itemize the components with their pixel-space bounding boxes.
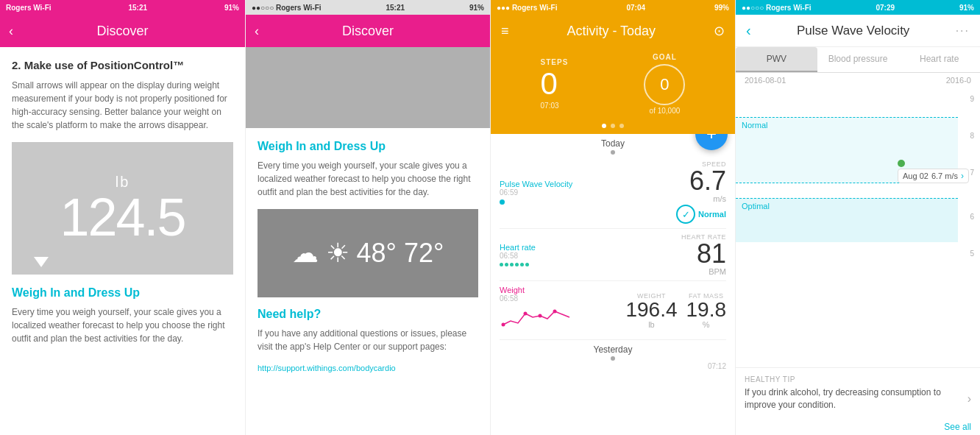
- normal-label: Normal: [736, 119, 773, 131]
- star-icon[interactable]: ⊙: [714, 23, 725, 39]
- carrier-1: Rogers Wi-Fi: [6, 4, 52, 12]
- heart-dot-1: [500, 263, 503, 266]
- header-title-2: Discover: [342, 24, 394, 39]
- svg-point-3: [553, 310, 557, 314]
- check-icon: ✓: [682, 209, 690, 220]
- yesterday-dot: [611, 356, 615, 361]
- pwv-right: SPEED 6.7 m/s ✓ Normal: [676, 160, 726, 224]
- heart-dot-3: [510, 263, 514, 266]
- panel1-body: 2. Make use of PositionControl™ Small ar…: [0, 47, 245, 435]
- dot-3: [619, 124, 624, 128]
- panel-activity: ●●● Rogers Wi-Fi 07:04 99% ≡ Activity - …: [490, 0, 735, 435]
- heart-value: 81: [681, 241, 726, 267]
- carrier-2: ●●○○○ Rogers Wi-Fi: [252, 4, 322, 12]
- goal-of-text: of 10,000: [650, 107, 681, 115]
- weigh-dress-text-2: Every time you weigh yourself, your scal…: [258, 159, 478, 199]
- dot-2: [611, 124, 615, 128]
- activity-title: Activity - Today: [567, 24, 656, 39]
- today-label: Today: [500, 138, 726, 149]
- need-help-title: Need help?: [258, 308, 478, 321]
- data-callout: Aug 02 6.7 m/s ›: [898, 169, 969, 183]
- steps-section: STEPS 0 07:03: [541, 58, 569, 110]
- carrier-3: ●●● Rogers Wi-Fi: [497, 4, 557, 12]
- heart-right: HEART RATE 81 BPM: [681, 233, 726, 276]
- see-all-button[interactable]: See all: [944, 422, 971, 432]
- y-label-5: 5: [970, 250, 974, 258]
- weight-left: Weight 06:58: [500, 286, 625, 335]
- scale-arrow-icon: [34, 257, 49, 267]
- panel-discover-1: Rogers Wi-Fi 15:21 91% ‹ Discover 2. Mak…: [0, 0, 245, 435]
- tab-pwv[interactable]: PWV: [736, 47, 817, 72]
- goal-value: 0: [660, 75, 669, 94]
- heart-dot-6: [525, 263, 529, 266]
- scale-image-placeholder: [246, 47, 490, 128]
- panel-discover-2: ●●○○○ Rogers Wi-Fi 15:21 91% ‹ Discover …: [245, 0, 490, 435]
- y-label-7: 7: [970, 169, 974, 177]
- plus-icon: +: [706, 134, 717, 144]
- time-1: 15:21: [128, 4, 147, 12]
- weight-row[interactable]: Weight 06:58 WEIGHT 196.4: [500, 281, 726, 340]
- goal-label: GOAL: [653, 53, 677, 61]
- menu-icon[interactable]: ≡: [501, 24, 509, 39]
- callout-value: 6.7 m/s: [931, 171, 958, 180]
- position-control-title: 2. Make use of PositionControl™: [12, 59, 233, 71]
- battery-2: 91%: [469, 4, 484, 12]
- header-3: ≡ Activity - Today ⊙: [491, 15, 735, 47]
- support-link[interactable]: http://support.withings.com/bodycardio: [258, 364, 478, 372]
- heart-dot-2: [505, 263, 508, 266]
- back-button-1[interactable]: ‹: [9, 24, 13, 39]
- healthy-tip-text: If you drink alcohol, try decreasing con…: [745, 386, 962, 411]
- weigh-dress-title-1: Weigh In and Dress Up: [12, 286, 233, 300]
- heart-left: Heart rate 06:58: [500, 243, 681, 266]
- goal-circle: 0: [644, 64, 685, 105]
- y-label-6: 6: [970, 213, 974, 221]
- scale-value: 124.5: [60, 191, 185, 244]
- start-date: 2016-08-01: [745, 76, 786, 85]
- back-button-2[interactable]: ‹: [255, 24, 259, 39]
- data-dot: [898, 160, 905, 167]
- timeline-dot: [611, 150, 615, 155]
- header-1: ‹ Discover: [0, 15, 245, 47]
- tab-heart-rate[interactable]: Heart rate: [898, 47, 980, 72]
- timeline-container: Today Pulse Wave Velocity 06:59 SPEED 6.…: [491, 134, 735, 370]
- back-button-4[interactable]: ‹: [746, 22, 751, 39]
- tab-blood-pressure[interactable]: Blood pressure: [817, 47, 899, 72]
- svg-point-2: [539, 314, 542, 318]
- pwv-metric-row[interactable]: Pulse Wave Velocity 06:59 SPEED 6.7 m/s …: [500, 156, 726, 229]
- scale-display: lb 124.5: [12, 142, 233, 275]
- heart-time: 06:58: [500, 252, 681, 260]
- healthy-tip-row: If you drink alcohol, try decreasing con…: [745, 386, 971, 411]
- healthy-tip-label: Healthy tip: [745, 375, 971, 383]
- more-button[interactable]: ···: [956, 24, 970, 38]
- heart-dot-5: [520, 263, 524, 266]
- dot-1: [602, 124, 606, 128]
- weight-right: WEIGHT 196.4 lb FAT MASS 19.8 %: [625, 292, 726, 329]
- weight-sparkline: [500, 303, 573, 332]
- status-bar-1: Rogers Wi-Fi 15:21 91%: [0, 0, 245, 15]
- weight-unit: lb: [625, 320, 677, 329]
- callout-date: Aug 02: [903, 171, 928, 180]
- svg-point-0: [502, 323, 505, 327]
- pwv-label: Pulse Wave Velocity: [500, 180, 676, 188]
- position-control-text: Small arrows will appear on the display …: [12, 79, 233, 132]
- pwv-time: 06:59: [500, 188, 676, 197]
- weight-label: Weight: [500, 286, 625, 294]
- carrier-4: ●●○○○ Rogers Wi-Fi: [742, 4, 812, 12]
- weather-icon: ☁ ☀ 48° 72°: [292, 238, 444, 269]
- tabs-row: PWV Blood pressure Heart rate: [736, 47, 980, 73]
- y-label-9: 9: [970, 95, 974, 103]
- pwv-page-title: Pulse Wave Velocity: [797, 24, 909, 38]
- header-title-1: Discover: [96, 24, 148, 39]
- weigh-dress-text-1: Every time you weigh yourself, your scal…: [12, 305, 233, 345]
- check-circle: ✓: [676, 205, 695, 224]
- heart-rate-row[interactable]: Heart rate 06:58 HEART RATE 81 BPM: [500, 229, 726, 281]
- need-help-text: If you have any additional questions or …: [258, 327, 478, 353]
- weigh-dress-title-2: Weigh In and Dress Up: [258, 140, 478, 153]
- goal-section: GOAL 0 of 10,000: [644, 53, 685, 115]
- healthy-tip-section: Healthy tip If you drink alcohol, try de…: [736, 367, 980, 419]
- callout-arrow-icon: ›: [961, 171, 964, 181]
- y-label-8: 8: [970, 132, 974, 140]
- see-all-row: See all: [736, 419, 980, 435]
- pwv-chart: 9 8 7 6 5 Normal Optimal Aug 02 6.7 m/s …: [736, 88, 980, 367]
- fat-unit: %: [686, 320, 727, 329]
